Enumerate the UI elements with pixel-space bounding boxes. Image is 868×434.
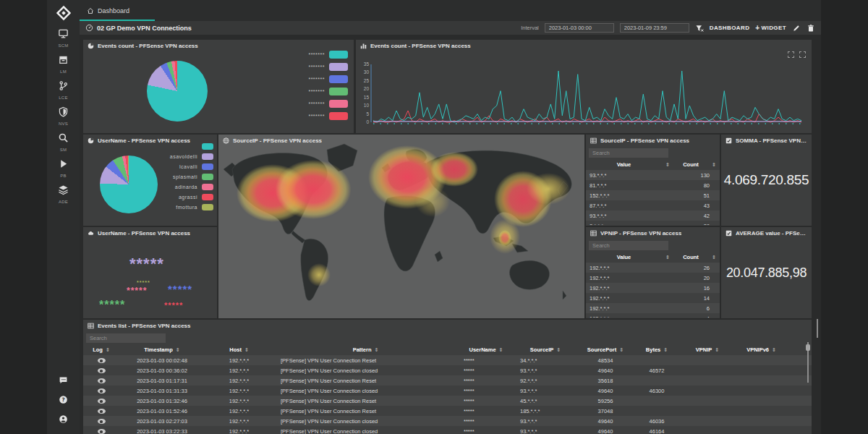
- eye-icon[interactable]: [98, 368, 106, 373]
- sidebar-item-sm[interactable]: SM: [47, 132, 80, 152]
- cell-count: 6: [666, 305, 710, 312]
- column-header-count[interactable]: Count: [673, 254, 708, 260]
- cloud-word[interactable]: *****: [168, 283, 192, 295]
- sort-icon[interactable]: ⇕: [499, 347, 503, 353]
- play-icon: [58, 158, 69, 172]
- svg-text:?: ?: [61, 396, 64, 403]
- column-header-log[interactable]: Log⇕: [83, 346, 119, 353]
- sidebar-item-pb[interactable]: PB: [47, 158, 80, 178]
- cell-pattern: [PFSense] VPN User Connection closed: [273, 388, 458, 394]
- search-input[interactable]: [86, 333, 166, 343]
- legend-item[interactable]: [170, 143, 213, 150]
- sort-icon[interactable]: ⇕: [556, 347, 561, 353]
- column-header-value[interactable]: Value: [586, 161, 662, 168]
- app-logo-icon[interactable]: [55, 4, 72, 22]
- column-header-username[interactable]: UserName⇕: [458, 346, 514, 353]
- legend-item[interactable]: fmottura: [170, 204, 213, 210]
- legend-item[interactable]: splasmati: [170, 174, 213, 180]
- event-row[interactable]: 2023-01-03 00:02:48192.*.*.*[PFSense] VP…: [83, 355, 812, 365]
- date-from-input[interactable]: [545, 23, 614, 33]
- eye-icon[interactable]: [98, 409, 106, 414]
- delete-icon[interactable]: [807, 24, 815, 33]
- cell-bytes: 46036: [634, 418, 679, 425]
- search-input[interactable]: [589, 148, 668, 158]
- eye-icon[interactable]: [98, 419, 106, 424]
- tab-dashboard[interactable]: Dashboard: [80, 0, 140, 21]
- column-header-vpnip[interactable]: VPNIP⇕: [679, 346, 736, 353]
- sort-icon[interactable]: ⇕: [663, 347, 668, 353]
- search-input[interactable]: [589, 241, 668, 250]
- column-header-sourceport[interactable]: SourcePort⇕: [576, 346, 634, 353]
- legend-item[interactable]: *******: [308, 112, 348, 120]
- edit-icon[interactable]: [792, 24, 801, 33]
- sort-icon[interactable]: ⇕: [708, 162, 720, 168]
- zoom-select-icon[interactable]: [788, 51, 794, 58]
- event-row[interactable]: 2023-01-03 03:22:33192.*.*.*[PFSense] VP…: [83, 426, 812, 434]
- sort-icon[interactable]: ⇕: [772, 347, 776, 353]
- table-scrollbar-thumb[interactable]: [806, 344, 810, 351]
- add-widget-button[interactable]: +WIDGET: [755, 24, 786, 32]
- column-header-value[interactable]: Value: [586, 254, 662, 260]
- dashboard-button[interactable]: DASHBOARD: [710, 25, 750, 31]
- clear-filter-icon[interactable]: [695, 24, 704, 33]
- cloud-word[interactable]: *****: [164, 301, 183, 310]
- sort-icon[interactable]: ⇕: [715, 347, 719, 353]
- sort-icon[interactable]: ⇕: [106, 347, 110, 353]
- legend-item[interactable]: *******: [308, 100, 348, 108]
- page-scrollbar-thumb[interactable]: [817, 319, 818, 338]
- sort-icon[interactable]: ⇕: [374, 347, 378, 353]
- column-header-sourceip[interactable]: SourceIP⇕: [514, 346, 576, 353]
- sidebar-item-nvs[interactable]: NVS: [47, 106, 80, 126]
- sidebar-item-lm[interactable]: LM: [47, 54, 80, 74]
- sort-icon[interactable]: ⇕: [662, 255, 673, 260]
- sort-icon[interactable]: ⇕: [662, 162, 673, 168]
- column-header-timestamp[interactable]: Timestamp⇕: [119, 346, 205, 353]
- legend-item[interactable]: agrassi: [170, 194, 213, 200]
- account-icon[interactable]: [59, 414, 68, 427]
- legend-item[interactable]: adinarda: [170, 184, 213, 190]
- eye-icon[interactable]: [98, 388, 106, 393]
- legend-item[interactable]: lcavalli: [170, 163, 213, 170]
- sort-icon[interactable]: ⇕: [176, 347, 180, 353]
- zoom-reset-icon[interactable]: [799, 51, 806, 58]
- eye-icon[interactable]: [98, 399, 106, 404]
- help-icon[interactable]: ?: [59, 394, 68, 407]
- cloud-word[interactable]: *****: [99, 299, 125, 312]
- column-header-pattern[interactable]: Pattern⇕: [273, 346, 458, 353]
- event-row[interactable]: 2023-01-03 01:31:33192.*.*.*[PFSense] VP…: [83, 386, 812, 396]
- eye-icon[interactable]: [98, 358, 106, 363]
- column-header-host[interactable]: Host⇕: [205, 346, 273, 353]
- column-header-vpnipv6[interactable]: VPNIPv6⇕: [736, 346, 787, 353]
- legend-item[interactable]: *******: [308, 63, 348, 71]
- cloud-word[interactable]: *****: [127, 286, 147, 296]
- event-row[interactable]: 2023-01-03 02:27:03192.*.*.*[PFSense] VP…: [83, 416, 812, 426]
- bar-chart-icon: [360, 43, 367, 49]
- timeline-chart[interactable]: 05101520253035: [362, 61, 806, 131]
- table-row: 192.*.*.*26: [586, 263, 720, 273]
- date-to-input[interactable]: [620, 23, 689, 33]
- cloud-word[interactable]: *****: [129, 255, 164, 273]
- chat-icon[interactable]: [59, 375, 68, 388]
- sidebar-item-lce[interactable]: LCE: [47, 80, 80, 100]
- eye-icon[interactable]: [98, 429, 106, 434]
- cloud-word[interactable]: *****: [137, 280, 150, 285]
- column-header-count[interactable]: Count: [673, 161, 708, 168]
- legend-item[interactable]: *******: [308, 51, 348, 59]
- event-row[interactable]: 2023-01-03 01:52:46192.*.*.*[PFSense] VP…: [83, 406, 812, 416]
- legend-item[interactable]: *******: [308, 75, 348, 83]
- event-row[interactable]: 2023-01-03 01:17:31192.*.*.*[PFSense] VP…: [83, 375, 812, 386]
- sort-icon[interactable]: ⇕: [244, 347, 249, 353]
- column-header-bytes[interactable]: Bytes⇕: [634, 346, 679, 353]
- event-row[interactable]: 2023-01-03 01:32:46192.*.*.*[PFSense] VP…: [83, 396, 812, 406]
- sort-icon[interactable]: ⇕: [708, 255, 720, 260]
- eye-icon[interactable]: [98, 378, 106, 383]
- world-heatmap[interactable]: [218, 135, 584, 318]
- event-row[interactable]: 2023-01-03 00:36:02192.*.*.*[PFSense] VP…: [83, 365, 812, 375]
- legend-item[interactable]: asavoldelli: [170, 153, 213, 160]
- cell-pattern: [PFSense] VPN User Connection Reset: [273, 408, 458, 414]
- sort-icon[interactable]: ⇕: [619, 347, 624, 353]
- legend-item[interactable]: *******: [308, 88, 348, 95]
- sidebar-item-scm[interactable]: SCM: [47, 28, 80, 48]
- sidebar-item-ade[interactable]: ADE: [47, 184, 80, 204]
- cell-host: 192.*.*.*: [205, 367, 273, 374]
